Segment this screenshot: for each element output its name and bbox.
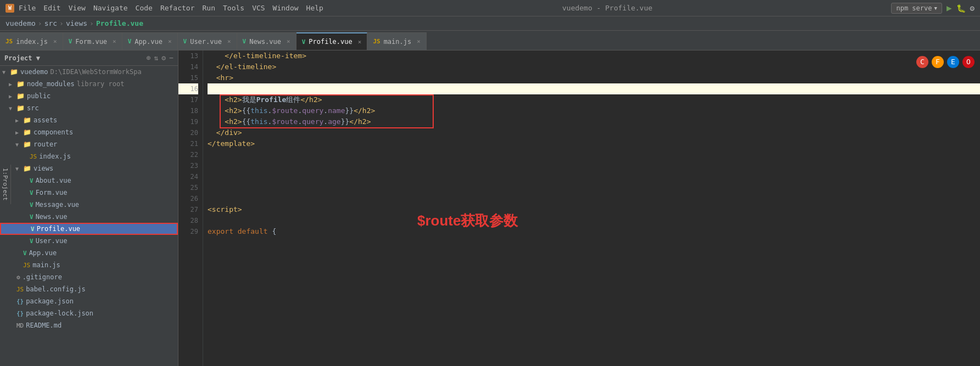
sidebar-item-main-js[interactable]: JS main.js	[0, 259, 178, 271]
tab-user-vue[interactable]: V User.vue ×	[178, 32, 237, 50]
locate-icon[interactable]: ⊕	[147, 54, 151, 62]
sidebar-icons[interactable]: ⊕ ⇅ ⚙ −	[147, 54, 173, 62]
breadcrumb-profile-vue[interactable]: Profile.vue	[96, 19, 143, 27]
src-label: src	[27, 104, 39, 112]
line-num-28: 28	[178, 215, 198, 226]
about-vue-label: About.vue	[36, 177, 71, 184]
md-icon: MD	[16, 322, 24, 329]
sidebar-item-babel-config[interactable]: JS babel.config.js	[0, 283, 178, 295]
sidebar-item-about-vue[interactable]: V About.vue	[0, 174, 178, 187]
code-line-29: export default {	[208, 226, 980, 237]
menu-window[interactable]: Window	[273, 4, 299, 12]
settings-icon[interactable]: ⚙	[161, 54, 166, 62]
sidebar-item-components[interactable]: ▶ 📁 components	[0, 126, 178, 138]
menu-vcs[interactable]: VCS	[252, 4, 265, 12]
user-vue-label: User.vue	[36, 237, 68, 245]
tab-profile-vue[interactable]: V Profile.vue ×	[296, 32, 368, 50]
vertical-project-tab[interactable]: 1:Project	[0, 165, 11, 204]
menu-edit[interactable]: Edit	[43, 4, 60, 12]
components-label: components	[33, 128, 73, 136]
breadcrumb-vuedemo[interactable]: vuedemo	[5, 19, 36, 27]
code-lines[interactable]: </el-timeline-item> </el-timeline> <hr> …	[203, 50, 980, 366]
breadcrumb-sep3: ›	[89, 19, 94, 27]
tab-news-vue[interactable]: V News.vue ×	[237, 32, 296, 50]
editor-content: 13 14 15 16 17 18 19 20 21 22 23 24 25 2…	[178, 50, 980, 366]
sidebar-item-gitignore[interactable]: ⚙ .gitignore	[0, 271, 178, 283]
settings-button[interactable]: ⚙	[970, 4, 975, 13]
sidebar-item-public[interactable]: ▶ 📁 public	[0, 90, 178, 102]
menu-help[interactable]: Help	[306, 4, 323, 12]
collapse-icon[interactable]: ⇅	[154, 54, 159, 62]
code-line-15: <hr>	[208, 72, 980, 83]
line-num-17: 17	[178, 94, 198, 105]
menu-bar[interactable]: File Edit View Navigate Code Refactor Ru…	[19, 4, 323, 12]
tab-index-js[interactable]: JS index.js ×	[0, 32, 63, 50]
views-label: views	[33, 165, 53, 172]
sidebar-item-app-vue[interactable]: V App.vue	[0, 247, 178, 259]
opera-icon[interactable]: O	[962, 56, 975, 68]
tab-close-user-vue[interactable]: ×	[227, 38, 231, 45]
menu-navigate[interactable]: Navigate	[93, 4, 128, 12]
menu-view[interactable]: View	[69, 4, 86, 12]
sidebar-item-readme-md[interactable]: MD README.md	[0, 319, 178, 331]
hide-icon[interactable]: −	[169, 54, 173, 62]
json-icon: {}	[16, 298, 24, 305]
chrome-icon[interactable]: C	[916, 56, 928, 68]
line-num-23: 23	[178, 160, 198, 171]
sidebar-item-package-lock-json[interactable]: {} package-lock.json	[0, 307, 178, 319]
breadcrumb-src[interactable]: src	[44, 19, 57, 27]
sidebar-item-views[interactable]: ▼ 📁 views	[0, 162, 178, 174]
code-line-20: </div>	[208, 127, 980, 138]
sidebar-item-news-vue[interactable]: V News.vue	[0, 211, 178, 223]
firefox-icon[interactable]: F	[932, 56, 944, 68]
menu-run[interactable]: Run	[203, 4, 215, 12]
vue-icon: V	[128, 38, 132, 45]
npm-serve-button[interactable]: npm serve ▼	[891, 3, 942, 14]
sidebar-item-router-index-js[interactable]: JS index.js	[0, 150, 178, 162]
sidebar-item-profile-vue[interactable]: V Profile.vue	[0, 223, 178, 235]
app-vue-label: App.vue	[29, 249, 57, 257]
vue-icon: V	[69, 38, 72, 45]
sidebar: Project ▼ ⊕ ⇅ ⚙ − ▼ 📁 vuedemo D:\IDEA\We…	[0, 50, 178, 366]
vue-icon: V	[30, 238, 33, 245]
sidebar-item-package-json[interactable]: {} package.json	[0, 295, 178, 307]
tab-close-index-js[interactable]: ×	[53, 38, 57, 45]
vue-icon: V	[23, 250, 27, 257]
edge-icon[interactable]: E	[947, 56, 959, 68]
code-line-14: </el-timeline>	[208, 61, 980, 72]
breadcrumb-views[interactable]: views	[66, 19, 87, 27]
tab-main-js[interactable]: JS main.js ×	[367, 32, 426, 50]
sidebar-item-user-vue[interactable]: V User.vue	[0, 235, 178, 247]
tab-close-profile-vue[interactable]: ×	[358, 38, 362, 46]
code-line-28	[208, 215, 980, 226]
tab-form-vue[interactable]: V Form.vue ×	[63, 32, 122, 50]
sidebar-item-message-vue[interactable]: V Message.vue	[0, 199, 178, 211]
sidebar-item-assets[interactable]: ▶ 📁 assets	[0, 114, 178, 126]
menu-code[interactable]: Code	[136, 4, 153, 12]
tab-close-main-js[interactable]: ×	[417, 38, 421, 45]
browser-icons[interactable]: C F E O	[916, 56, 975, 68]
npm-dropdown-icon[interactable]: ▼	[934, 5, 937, 11]
sidebar-item-src[interactable]: ▼ 📁 src	[0, 102, 178, 114]
menu-tools[interactable]: Tools	[223, 4, 244, 12]
debug-button[interactable]: 🐛	[956, 4, 966, 13]
tab-app-vue[interactable]: V App.vue ×	[122, 32, 178, 50]
tab-close-form-vue[interactable]: ×	[113, 38, 116, 45]
sidebar-item-form-vue[interactable]: V Form.vue	[0, 187, 178, 199]
run-button[interactable]: ▶	[947, 3, 952, 13]
sidebar-item-node-modules[interactable]: ▶ 📁 node_modules library root	[0, 78, 178, 90]
form-vue-label: Form.vue	[36, 189, 68, 196]
tab-label-profile-vue: Profile.vue	[309, 38, 352, 46]
news-vue-label: News.vue	[36, 213, 68, 221]
tab-close-app-vue[interactable]: ×	[168, 38, 172, 45]
js-icon: JS	[5, 38, 13, 45]
sidebar-project-root[interactable]: ▼ 📁 vuedemo D:\IDEA\WebStormWorkSpa	[0, 66, 178, 78]
tab-close-news-vue[interactable]: ×	[287, 38, 290, 45]
code-line-13: </el-timeline-item>	[208, 50, 980, 61]
menu-file[interactable]: File	[19, 4, 36, 12]
vue-icon: V	[30, 201, 33, 209]
code-line-21: </template>	[208, 138, 980, 149]
menu-refactor[interactable]: Refactor	[160, 4, 195, 12]
sidebar-item-router[interactable]: ▼ 📁 router	[0, 138, 178, 150]
main-layout: Project ▼ ⊕ ⇅ ⚙ − ▼ 📁 vuedemo D:\IDEA\We…	[0, 50, 980, 366]
